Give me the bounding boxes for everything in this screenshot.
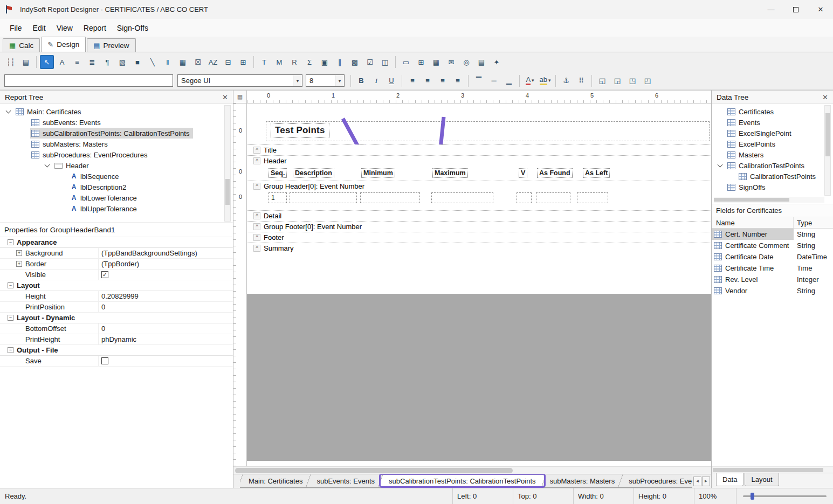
zoom-slider-track[interactable] xyxy=(743,495,827,497)
zoom-slider-thumb[interactable] xyxy=(751,493,754,500)
report-tree-item[interactable]: AlblUpperTolerance xyxy=(0,203,233,214)
page-tab[interactable]: subMasters: Masters xyxy=(541,474,624,488)
label-icon[interactable]: A xyxy=(55,55,69,69)
tab-design[interactable]: ✎Design xyxy=(41,37,86,52)
collapse-icon[interactable]: − xyxy=(8,347,13,353)
align-middle-icon[interactable]: ─ xyxy=(487,74,501,88)
page-tab[interactable]: Main: Certificates xyxy=(240,474,311,488)
scrollbar-thumb[interactable] xyxy=(713,468,823,472)
send-to-back-icon[interactable]: ◲ xyxy=(610,74,624,88)
dbimage-icon[interactable]: ▣ xyxy=(318,55,332,69)
field-row[interactable]: Certificate DateDateTime xyxy=(712,251,833,263)
dbtext-icon[interactable]: T xyxy=(257,55,271,69)
report-tree-item[interactable]: Main: Certificates xyxy=(0,106,233,117)
menu-item-view[interactable]: View xyxy=(51,21,78,35)
sort-az-icon[interactable]: AZ xyxy=(206,55,220,69)
property-value-cell[interactable]: (TppBorder) xyxy=(99,259,233,269)
dbrichtext-icon[interactable]: R xyxy=(287,55,301,69)
band-strip[interactable]: ^Summary xyxy=(247,243,711,253)
report-tree-item[interactable]: AlblSequence xyxy=(0,171,233,182)
header-band-content[interactable]: Seq.DescriptionMinimumMaximumVAs FoundAs… xyxy=(247,166,711,181)
property-value-cell[interactable]: 0 xyxy=(99,323,233,334)
zoom-slider[interactable] xyxy=(736,488,833,504)
system-variable-icon[interactable]: ¶ xyxy=(100,55,114,69)
property-row[interactable]: +Background(TppBandBackgroundSettings) xyxy=(0,248,233,259)
page-tab[interactable]: subProcedures: EventProcedures xyxy=(620,474,692,488)
align-left-icon[interactable]: ≡ xyxy=(405,74,419,88)
font-color-button[interactable]: A▾ xyxy=(523,74,537,88)
close-icon[interactable]: ✕ xyxy=(822,93,828,101)
menu-item-report[interactable]: Report xyxy=(78,21,112,35)
tab-scroll-right-icon[interactable]: ► xyxy=(702,477,710,486)
report-tree-item[interactable]: AlblLowerTolerance xyxy=(0,192,233,203)
barcode-icon[interactable]: ‖ xyxy=(161,55,175,69)
property-value-cell[interactable]: phDynamic xyxy=(99,334,233,344)
chevron-down-icon[interactable]: ▾ xyxy=(335,75,344,86)
align-justify-icon[interactable]: ≡ xyxy=(451,74,465,88)
title-region[interactable]: Test Points xyxy=(266,121,710,141)
data-tree-item[interactable]: Events xyxy=(712,117,833,128)
edit-box[interactable] xyxy=(4,74,173,87)
expander-icon[interactable] xyxy=(718,162,723,168)
memo-icon[interactable]: ≡ xyxy=(70,55,84,69)
property-value-cell[interactable]: ✓ xyxy=(99,270,233,280)
title-band-content[interactable]: Test Points xyxy=(247,103,711,144)
snap-grid-button[interactable]: ⠿ xyxy=(574,74,588,88)
collapse-band-icon[interactable]: ^ xyxy=(253,212,260,219)
data-tree-scrollbar[interactable] xyxy=(824,105,831,196)
data-tree-item[interactable]: ExcelPoints xyxy=(712,139,833,149)
font-name-combo[interactable]: Segoe UI ▾ xyxy=(177,74,302,87)
band-strip[interactable]: ^Group Footer[0]: Event Number xyxy=(247,221,711,232)
maximize-button[interactable] xyxy=(783,0,808,19)
collapse-band-icon[interactable]: ^ xyxy=(253,245,260,252)
band-strip[interactable]: ^Group Header[0]: Event Number xyxy=(247,181,711,191)
data-tree-item[interactable]: SignOffs xyxy=(712,182,833,192)
title-text-element[interactable]: Test Points xyxy=(271,123,329,138)
collapse-band-icon[interactable]: ^ xyxy=(253,147,260,154)
band-strip[interactable]: ^Footer xyxy=(247,232,711,243)
dbtext-element[interactable] xyxy=(290,192,357,203)
checkbox-icon[interactable]: ☒ xyxy=(191,55,205,69)
property-group-row[interactable]: −Output - File xyxy=(0,345,233,356)
chevron-down-icon[interactable]: ▾ xyxy=(293,75,302,86)
dbtext-element[interactable] xyxy=(517,192,532,203)
property-value-cell[interactable]: 0.20829999 xyxy=(99,291,233,301)
column-header-name[interactable]: Name xyxy=(712,217,794,228)
tab-calc[interactable]: ▦Calc xyxy=(3,38,40,52)
report-tree-item[interactable]: subEvents: Events xyxy=(0,117,233,128)
band-strip[interactable]: ^Title xyxy=(247,144,711,155)
expand-icon[interactable]: + xyxy=(16,261,22,267)
select-arrow-icon[interactable]: ↖ xyxy=(40,55,54,69)
collapse-band-icon[interactable]: ^ xyxy=(253,183,260,190)
data-tree-item[interactable]: Masters xyxy=(712,149,833,160)
property-row[interactable]: PrintPosition0 xyxy=(0,302,233,313)
column-header-label[interactable]: As Found xyxy=(537,168,573,178)
report-tree-item[interactable]: subProcedures: EventProcedures xyxy=(0,149,233,160)
expander-icon[interactable] xyxy=(45,162,50,168)
collapse-icon[interactable]: − xyxy=(8,239,13,245)
property-value-cell[interactable]: 0 xyxy=(99,302,233,312)
grid-icon[interactable]: ▤ xyxy=(474,55,488,69)
chart-icon[interactable]: ▦ xyxy=(176,55,190,69)
property-group-row[interactable]: −Appearance xyxy=(0,237,233,248)
page-tab[interactable]: subCalibrationTestPoints: CalibrationTes… xyxy=(380,474,544,488)
field-row[interactable]: Rev. LevelInteger xyxy=(712,274,833,285)
page-setup-icon[interactable]: ▤ xyxy=(19,55,33,69)
align-top-icon[interactable]: ▔ xyxy=(472,74,486,88)
scrollbar-thumb[interactable] xyxy=(825,113,830,156)
column-header-type[interactable]: Type xyxy=(794,219,833,227)
matrix-icon[interactable]: ▦ xyxy=(429,55,443,69)
report-tree-item[interactable]: subMasters: Masters xyxy=(0,139,233,149)
dbtext-element[interactable]: 1 xyxy=(269,192,287,203)
tab-layout[interactable]: Layout xyxy=(745,473,779,486)
tab-data[interactable]: Data xyxy=(716,473,743,486)
menu-item-edit[interactable]: Edit xyxy=(27,21,51,35)
shape-icon[interactable]: ■ xyxy=(130,55,144,69)
highlight-color-button[interactable]: ab▾ xyxy=(538,74,552,88)
mail-icon[interactable]: ✉ xyxy=(444,55,458,69)
menu-item-file[interactable]: File xyxy=(4,21,27,35)
column-header-label[interactable]: As Left xyxy=(583,168,610,178)
bring-forward-icon[interactable]: ◳ xyxy=(625,74,639,88)
column-header-label[interactable]: V xyxy=(519,168,527,178)
group-band-content[interactable]: 1 xyxy=(247,191,711,210)
